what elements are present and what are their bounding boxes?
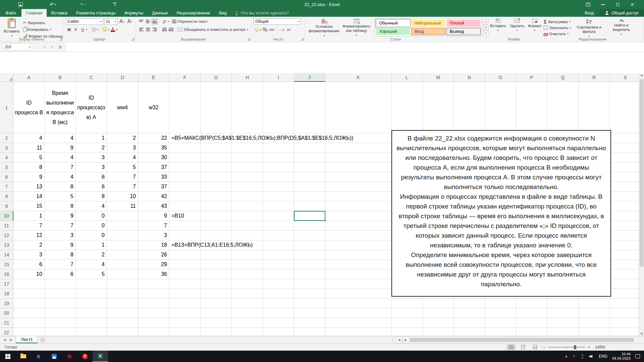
grid-cell-Q21[interactable] [547, 318, 579, 328]
scroll-up-icon[interactable] [640, 74, 643, 76]
orientation-dropdown-icon[interactable]: ▾ [168, 20, 169, 23]
grid-cell-E14[interactable]: 26 [138, 250, 169, 260]
grid-cell-K10[interactable] [325, 211, 391, 221]
grid-cell-J1[interactable] [294, 82, 325, 133]
grid-cell-K3[interactable] [325, 143, 391, 153]
format-as-table-button[interactable]: Форматировать как таблицу ▾ [341, 18, 372, 38]
row-header-9[interactable]: 9 [0, 201, 13, 211]
grid-cell-L19[interactable] [391, 299, 423, 308]
grid-cell-B18[interactable] [45, 289, 76, 299]
grid-cell-A14[interactable]: 3 [13, 250, 45, 260]
grid-cell-K21[interactable] [325, 318, 391, 328]
excel-taskbar-button[interactable]: X [93, 351, 108, 362]
grid-cell-O22[interactable] [485, 328, 516, 336]
grid-cell-B19[interactable] [45, 299, 76, 308]
grid-cell-D1[interactable]: ww4 [107, 82, 138, 133]
restore-button[interactable] [614, 2, 621, 8]
increase-indent-button[interactable] [168, 26, 174, 33]
zoom-slider[interactable] [548, 347, 585, 348]
grid-cell-E4[interactable]: 30 [138, 153, 169, 163]
grid-cell-G15[interactable] [201, 260, 232, 269]
share-button[interactable]: Общий доступ [600, 9, 644, 17]
grid-cell-M19[interactable] [423, 299, 454, 308]
grid-cell-D15[interactable] [107, 260, 138, 269]
row-header-22[interactable]: 22 [0, 328, 13, 336]
number-format-combo[interactable]: Общий▾ [254, 18, 301, 25]
yandex-app-button[interactable]: Я [62, 351, 77, 362]
grid-cell-O1[interactable] [485, 82, 516, 133]
grid-cell-D7[interactable]: 7 [107, 182, 138, 192]
cell-style-swatch[interactable]: Плохой [446, 19, 481, 27]
column-header-L[interactable]: L [391, 73, 423, 82]
grid-cell-C8[interactable]: 8 [76, 192, 107, 201]
grid-cell-D5[interactable]: 5 [107, 163, 138, 172]
grid-cell-J22[interactable] [294, 328, 325, 336]
grid-cell-G16[interactable] [201, 269, 232, 279]
grid-cell-I1[interactable] [263, 82, 294, 133]
underline-dropdown-icon[interactable]: ▾ [86, 28, 87, 31]
align-bottom-button[interactable] [151, 18, 158, 25]
column-header-O[interactable]: O [485, 73, 516, 82]
column-header-N[interactable]: N [454, 73, 485, 82]
grid-cell-D17[interactable] [107, 279, 138, 289]
grid-cell-A6[interactable]: 9 [13, 172, 45, 182]
grid-cell-A13[interactable]: 2 [13, 240, 45, 250]
borders-button[interactable] [90, 26, 97, 33]
grid-cell-B13[interactable]: 9 [45, 240, 76, 250]
grid-cell-F20[interactable] [169, 308, 201, 318]
align-left-button[interactable] [138, 26, 145, 33]
grid-cell-I4[interactable] [263, 153, 294, 163]
start-button[interactable] [0, 351, 15, 362]
grid-cell-I12[interactable] [263, 231, 294, 240]
blue-app-button[interactable] [46, 351, 62, 362]
grid-cell-J7[interactable] [294, 182, 325, 192]
grid-cell-C1[interactable]: ID процесса(ов) А [76, 82, 107, 133]
column-header-C[interactable]: C [76, 73, 107, 82]
grid-cell-J20[interactable] [294, 308, 325, 318]
grid-cell-H7[interactable] [232, 182, 263, 192]
grid-cell-I5[interactable] [263, 163, 294, 172]
tell-me-box[interactable]: Что вы хотите сделать? [231, 9, 293, 17]
font-color-dropdown-icon[interactable]: ▾ [116, 28, 117, 31]
grid-cell-S2[interactable] [610, 133, 641, 143]
grid-cell-F15[interactable] [169, 260, 201, 269]
grid-cell-E18[interactable] [138, 289, 169, 299]
row-header-19[interactable]: 19 [0, 299, 13, 308]
file-explorer-button[interactable] [15, 351, 31, 362]
paste-dropdown-icon[interactable]: ▾ [11, 34, 12, 37]
grid-cell-R20[interactable] [579, 308, 610, 318]
grid-cell-S19[interactable] [610, 299, 641, 308]
fill-color-button[interactable] [101, 26, 108, 33]
grid-cell-J17[interactable] [294, 279, 325, 289]
grid-cell-G5[interactable] [201, 163, 232, 172]
grid-cell-G20[interactable] [201, 308, 232, 318]
tab-file[interactable]: Файл [0, 9, 21, 17]
grid-cell-K11[interactable] [325, 221, 391, 231]
grid-cell-K12[interactable] [325, 231, 391, 240]
grid-cell-D4[interactable]: 4 [107, 153, 138, 163]
column-header-I[interactable]: I [263, 73, 294, 82]
grid-cell-G19[interactable] [201, 299, 232, 308]
number-dialog-launcher-icon[interactable] [301, 38, 304, 41]
tray-expand-icon[interactable]: ∧ [565, 354, 568, 359]
grid-cell-B1[interactable]: Время выполнения процесса В (мс) [45, 82, 76, 133]
grid-cell-F7[interactable] [169, 182, 201, 192]
grid-cell-F21[interactable] [169, 318, 201, 328]
grid-cell-M1[interactable] [423, 82, 454, 133]
grid-cell-J4[interactable] [294, 153, 325, 163]
grid-cell-G1[interactable] [201, 82, 232, 133]
view-normal-button[interactable] [507, 344, 516, 350]
grid-cell-D21[interactable] [107, 318, 138, 328]
grid-cell-C16[interactable]: 5 [76, 269, 107, 279]
grid-cell-A19[interactable] [13, 299, 45, 308]
grid-cell-E2[interactable]: 22 [138, 133, 169, 143]
menu-tab[interactable]: Данные [148, 9, 172, 17]
grid-cell-E22[interactable] [138, 328, 169, 336]
font-color-button[interactable]: А [109, 26, 116, 33]
grid-cell-J21[interactable] [294, 318, 325, 328]
grid-cell-A17[interactable] [13, 279, 45, 289]
grid-cell-J13[interactable] [294, 240, 325, 250]
enter-button[interactable]: ✓ [51, 45, 54, 50]
view-page-break-button[interactable] [531, 344, 540, 350]
grid-cell-H5[interactable] [232, 163, 263, 172]
